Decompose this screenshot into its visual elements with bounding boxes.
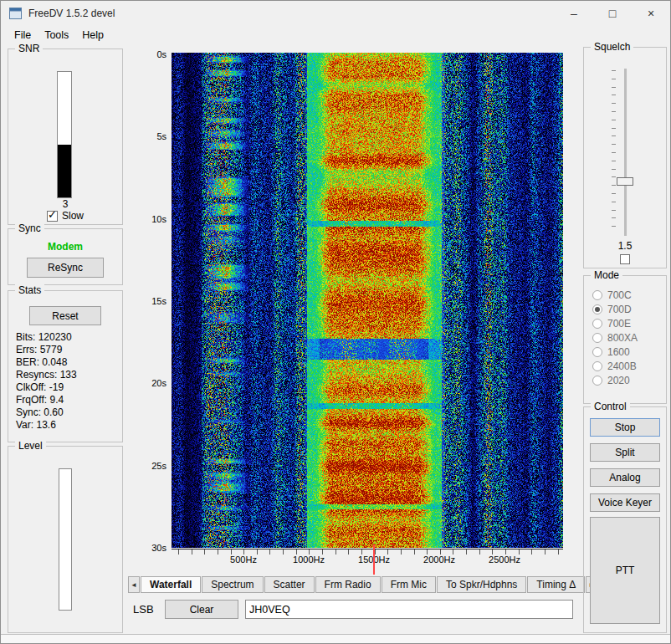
tab-scroll-left-icon[interactable]: ◄ [128, 576, 140, 593]
frequency-label: 2500Hz [489, 555, 520, 565]
time-label: 30s [133, 543, 166, 553]
tab-scatter[interactable]: Scatter [264, 576, 315, 593]
stat-sync: Sync: 0.60 [16, 406, 64, 418]
time-label: 5s [133, 131, 166, 141]
time-label: 10s [133, 214, 166, 224]
menu-help[interactable]: Help [75, 27, 110, 43]
squelch-group: Squelch 1.5 ✓ [583, 47, 667, 268]
mode-radio-1600[interactable]: 1600 [592, 346, 630, 358]
time-label: 20s [133, 378, 166, 388]
menu-bar: File Tools Help [1, 26, 670, 44]
sync-status: Modem [8, 241, 122, 253]
stat-ber: BER: 0.048 [16, 356, 67, 368]
control-group: Control Stop Split Analog Voice Keyer PT… [583, 406, 667, 633]
plot-tabs: ◄ Waterfall Spectrum Scatter Frm Radio F… [128, 576, 598, 593]
stat-resyncs: Resyncs: 133 [16, 369, 77, 381]
snr-meter-fill [58, 145, 71, 197]
mode-radio-2020[interactable]: 2020 [592, 375, 630, 386]
radio-icon [592, 319, 602, 329]
maximize-icon[interactable]: □ [593, 1, 632, 26]
tab-timing-delta[interactable]: Timing Δ [527, 576, 585, 593]
frequency-axis-ticks [172, 549, 563, 555]
slow-checkbox[interactable]: ✓ [47, 211, 58, 222]
resync-button[interactable]: ReSync [27, 258, 104, 278]
sideband-label: LSB [133, 603, 154, 616]
menu-tools[interactable]: Tools [38, 27, 75, 43]
tuning-marker[interactable] [373, 544, 375, 575]
radio-icon [592, 333, 602, 343]
ptt-button[interactable]: PTT [590, 517, 660, 624]
close-icon[interactable]: × [632, 1, 670, 26]
title-bar: FreeDV 1.5.2 devel – □ × [1, 1, 670, 26]
control-group-label: Control [591, 401, 630, 412]
squelch-slider-ticks [612, 70, 616, 234]
mode-group-label: Mode [591, 269, 622, 281]
minimize-icon[interactable]: – [555, 1, 593, 26]
stat-errs: Errs: 5779 [16, 344, 62, 355]
split-button[interactable]: Split [590, 443, 660, 462]
frequency-label: 500Hz [230, 555, 257, 565]
waterfall-canvas[interactable] [172, 53, 563, 548]
snr-group-label: SNR [15, 43, 43, 54]
stats-group: Stats Reset Bits: 120230 Errs: 5779 BER:… [8, 290, 123, 442]
sync-group-label: Sync [15, 222, 44, 234]
radio-icon [592, 304, 602, 314]
level-meter [59, 468, 72, 611]
squelch-checkbox[interactable]: ✓ [620, 254, 630, 264]
radio-icon [592, 361, 602, 371]
level-group: Level [8, 446, 123, 633]
squelch-slider-thumb[interactable] [617, 177, 633, 186]
tab-to-spkr[interactable]: To Spkr/Hdphns [437, 576, 526, 593]
bottom-strip [1, 634, 670, 644]
frequency-label: 2000Hz [423, 555, 455, 565]
app-icon [9, 8, 22, 19]
check-icon: ✓ [48, 208, 57, 221]
tab-frm-mic[interactable]: Frm Mic [382, 576, 436, 593]
mode-radio-700c[interactable]: 700C [592, 289, 632, 301]
stat-var: Var: 13.6 [16, 419, 56, 431]
window-title: FreeDV 1.5.2 devel [28, 8, 115, 19]
snr-meter [57, 71, 72, 198]
mode-radio-700d[interactable]: 700D [592, 304, 632, 315]
time-label: 25s [133, 461, 166, 471]
stat-frqoff: FrqOff: 9.4 [16, 394, 64, 406]
squelch-slider-track[interactable] [624, 69, 627, 236]
snr-group: SNR 3 ✓ Slow [8, 49, 123, 225]
reset-button[interactable]: Reset [29, 306, 101, 325]
radio-icon [592, 376, 602, 386]
analog-button[interactable]: Analog [590, 468, 660, 487]
time-label: 15s [133, 296, 166, 306]
menu-file[interactable]: File [8, 27, 38, 43]
stats-group-label: Stats [15, 284, 44, 296]
time-label: 0s [133, 49, 166, 59]
squelch-value: 1.5 [584, 240, 666, 252]
callsign-input[interactable] [245, 600, 573, 619]
radio-icon [592, 290, 602, 300]
tab-frm-radio[interactable]: Frm Radio [315, 576, 381, 593]
sync-group: Sync Modem ReSync [8, 228, 123, 285]
mode-radio-2400b[interactable]: 2400B [592, 360, 637, 372]
clear-button[interactable]: Clear [165, 600, 238, 619]
snr-value: 3 [8, 198, 122, 210]
stat-bits: Bits: 120230 [16, 331, 72, 343]
mode-group: Mode 700C 700D 700E 800XA 1600 2400B 202… [583, 275, 667, 404]
stop-button[interactable]: Stop [590, 418, 660, 437]
frequency-label: 1000Hz [293, 555, 325, 565]
level-group-label: Level [15, 440, 46, 452]
slow-checkbox-label: Slow [62, 210, 84, 222]
tab-spectrum[interactable]: Spectrum [202, 576, 263, 593]
app-window: FreeDV 1.5.2 devel – □ × File Tools Help… [0, 0, 671, 644]
voice-keyer-button[interactable]: Voice Keyer [590, 493, 660, 512]
squelch-group-label: Squelch [591, 41, 633, 53]
mode-radio-800xa[interactable]: 800XA [592, 332, 638, 344]
tab-waterfall[interactable]: Waterfall [141, 576, 201, 593]
stat-clkoff: ClkOff: -19 [16, 381, 64, 393]
mode-radio-700e[interactable]: 700E [592, 318, 631, 330]
radio-icon [592, 347, 602, 357]
